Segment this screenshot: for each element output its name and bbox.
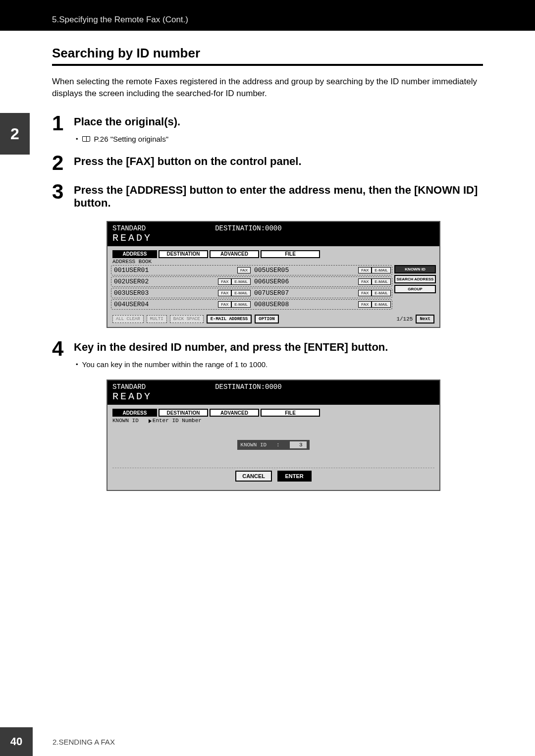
address-list: 001USER01 FAX 005USER05 FAX E-MAIL 002US…: [111, 265, 392, 311]
step-text: Press the [ADDRESS] button to enter the …: [74, 183, 483, 210]
page-number: 40: [0, 727, 33, 756]
bullet-icon: •: [76, 135, 78, 143]
enter-button[interactable]: ENTER: [277, 471, 312, 482]
screen-header: STANDARD DESTINATION:0000 READY: [107, 222, 439, 246]
page-indicator: 1/125: [396, 316, 413, 322]
chapter-label: 2.SENDING A FAX: [53, 738, 115, 746]
step-sub: • You can key in the number within the r…: [76, 360, 483, 369]
known-id-button[interactable]: KNOWN ID: [394, 265, 436, 273]
table-row: 002USER02 FAX E-MAIL 006USER06 FAX E-MAI…: [111, 276, 392, 287]
table-row: 004USER04 FAX E-MAIL 008USER08 FAX E-MAI…: [111, 299, 392, 310]
step-number: 3: [52, 183, 67, 201]
tab-bar: ADDRESS DESTINATION ADVANCED FILE: [107, 246, 439, 258]
list-item[interactable]: 003USER03 FAX E-MAIL: [111, 288, 252, 298]
table-row: 003USER03 FAX E-MAIL 007USER07 FAX E-MAI…: [111, 288, 392, 298]
colon-label: :: [276, 442, 280, 448]
list-item[interactable]: 001USER01 FAX: [111, 266, 252, 275]
step-note: You can key in the number within the ran…: [82, 360, 268, 369]
content: Searching by ID number When selecting th…: [0, 46, 535, 491]
title-underline: [52, 64, 483, 66]
step-2: 2 Press the [FAX] button on the control …: [52, 154, 483, 172]
list-item[interactable]: 005USER05 FAX E-MAIL: [252, 266, 392, 275]
status-standard: STANDARD: [112, 383, 146, 391]
list-item[interactable]: 008USER08 FAX E-MAIL: [252, 300, 392, 309]
step-3: 3 Press the [ADDRESS] button to enter th…: [52, 183, 483, 210]
fax-button[interactable]: FAX: [358, 301, 372, 308]
fax-button[interactable]: FAX: [218, 301, 231, 308]
tab-file[interactable]: FILE: [261, 409, 320, 417]
header-bar: 5.Specifying the Remote Fax (Cont.): [0, 0, 535, 31]
tab-address[interactable]: ADDRESS: [112, 409, 157, 417]
step-1: 1 Place the original(s). • P.26 "Setting…: [52, 114, 483, 144]
fax-button[interactable]: FAX: [237, 267, 251, 273]
list-item[interactable]: 006USER06 FAX E-MAIL: [252, 277, 392, 286]
cancel-button[interactable]: CANCEL: [235, 471, 272, 482]
search-address-button[interactable]: SEARCH ADDRESS: [394, 275, 436, 283]
status-ready: READY: [112, 232, 434, 244]
known-id-field-label: KNOWN ID: [240, 442, 267, 448]
enter-id-hint: Enter ID Number: [153, 418, 202, 424]
list-item[interactable]: 007USER07 FAX E-MAIL: [252, 288, 392, 298]
step-text: Key in the desired ID number, and press …: [74, 340, 388, 354]
fax-button[interactable]: FAX: [358, 290, 372, 296]
backspace-button[interactable]: BACK SPACE: [170, 315, 204, 323]
table-row: 001USER01 FAX 005USER05 FAX E-MAIL: [111, 265, 392, 275]
device-screen-known-id: STANDARD DESTINATION:0000 READY ADDRESS …: [107, 379, 440, 491]
tab-destination[interactable]: DESTINATION: [159, 409, 208, 417]
option-button[interactable]: OPTION: [255, 315, 278, 324]
screen-footer: ALL CLEAR MULTI BACK SPACE E-MAIL ADDRES…: [107, 313, 439, 327]
fax-button[interactable]: FAX: [358, 278, 372, 285]
tab-advanced[interactable]: ADVANCED: [210, 409, 259, 417]
email-address-button[interactable]: E-MAIL ADDRESS: [207, 315, 252, 324]
triangle-icon: [149, 419, 152, 423]
step-number: 4: [52, 340, 67, 358]
step-4: 4 Key in the desired ID number, and pres…: [52, 340, 483, 369]
tab-destination[interactable]: DESTINATION: [159, 250, 208, 258]
screen-main: 001USER01 FAX 005USER05 FAX E-MAIL 002US…: [107, 265, 439, 313]
fax-button[interactable]: FAX: [358, 267, 372, 273]
next-button[interactable]: Next: [416, 315, 434, 324]
known-id-input[interactable]: 3: [290, 441, 307, 448]
step-number: 2: [52, 154, 67, 172]
side-buttons: KNOWN ID SEARCH ADDRESS GROUP: [392, 265, 436, 311]
email-button[interactable]: E-MAIL: [231, 301, 251, 308]
device-screen-address-book: STANDARD DESTINATION:0000 READY ADDRESS …: [107, 221, 440, 328]
email-button[interactable]: E-MAIL: [231, 278, 251, 285]
screen-header: STANDARD DESTINATION:0000 READY: [107, 380, 439, 405]
list-item[interactable]: 004USER04 FAX E-MAIL: [111, 300, 252, 309]
group-button[interactable]: GROUP: [394, 285, 436, 293]
step-sub: • P.26 "Setting originals": [76, 135, 483, 143]
status-destination: DESTINATION:0000: [215, 224, 281, 232]
step-text: Place the original(s).: [74, 114, 180, 128]
section-number-tab: 2: [0, 113, 30, 155]
bullet-icon: •: [76, 361, 78, 368]
multi-button[interactable]: MULTI: [147, 315, 167, 323]
status-standard: STANDARD: [112, 224, 146, 232]
tab-address[interactable]: ADDRESS: [112, 250, 157, 258]
tab-bar: ADDRESS DESTINATION ADVANCED FILE: [107, 405, 439, 417]
email-button[interactable]: E-MAIL: [372, 301, 391, 308]
breadcrumb: 5.Specifying the Remote Fax (Cont.): [52, 15, 188, 24]
address-book-label: ADDRESS BOOK: [107, 258, 439, 265]
all-clear-button[interactable]: ALL CLEAR: [112, 315, 144, 323]
status-destination: DESTINATION:0000: [215, 383, 281, 391]
email-button[interactable]: E-MAIL: [372, 278, 391, 285]
email-button[interactable]: E-MAIL: [231, 290, 251, 296]
page-footer: 40 2.SENDING A FAX: [0, 727, 535, 756]
email-button[interactable]: E-MAIL: [372, 290, 391, 296]
book-icon: [82, 136, 90, 142]
intro-text: When selecting the remote Faxes register…: [52, 76, 483, 100]
status-ready: READY: [112, 391, 434, 402]
fax-button[interactable]: FAX: [218, 278, 231, 285]
tab-advanced[interactable]: ADVANCED: [210, 250, 259, 258]
section-title: Searching by ID number: [52, 46, 483, 61]
known-id-display: KNOWN ID : 3: [237, 440, 309, 450]
email-button[interactable]: E-MAIL: [372, 267, 391, 273]
tab-file[interactable]: FILE: [261, 250, 320, 258]
step-text: Press the [FAX] button on the control pa…: [74, 154, 302, 168]
step-number: 1: [52, 114, 67, 132]
fax-button[interactable]: FAX: [218, 290, 231, 296]
step-reference: P.26 "Setting originals": [94, 135, 168, 143]
list-item[interactable]: 002USER02 FAX E-MAIL: [111, 277, 252, 286]
known-id-label: KNOWN ID: [112, 418, 139, 424]
